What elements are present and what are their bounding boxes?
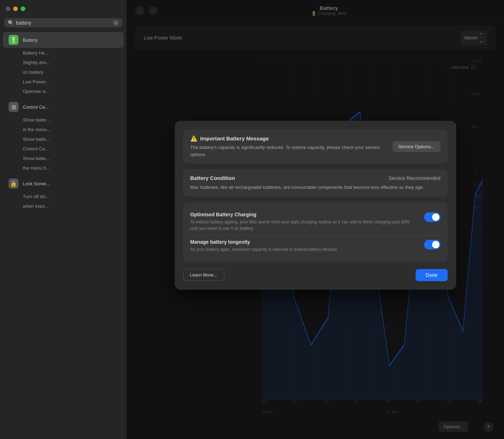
- optimised-charging-desc: To reduce battery ageing, your Mac learn…: [190, 219, 418, 232]
- sidebar-subitem-in-menu[interactable]: in the menu...: [3, 125, 124, 134]
- sidebar-subitem-turn-off-display[interactable]: Turn off dis...: [3, 192, 124, 201]
- optimised-charging-toggle[interactable]: [424, 212, 441, 222]
- dialog-footer: Learn More... Done: [183, 269, 448, 281]
- service-options-button[interactable]: Service Options...: [392, 141, 441, 152]
- sidebar-item-lock-screen[interactable]: 🔒 Lock Scree...: [3, 176, 124, 191]
- important-message-row: ⚠️ Important Battery Message The battery…: [190, 135, 441, 158]
- manage-longevity-desc: As your battery ages, maximum capacity i…: [190, 246, 418, 253]
- minimize-button[interactable]: [13, 6, 18, 11]
- sidebar-subitem-optimise-vi[interactable]: Optimise vi...: [3, 87, 124, 96]
- sidebar-subitem-show-battery-menu[interactable]: Show batte...: [3, 115, 124, 124]
- manage-longevity-row: Manage battery longevity As your battery…: [190, 235, 441, 256]
- important-message-section: ⚠️ Important Battery Message The battery…: [183, 129, 448, 164]
- sidebar-subitem-show-battery3[interactable]: Show batte...: [3, 154, 124, 163]
- battery-condition-status: Service Recommended: [389, 175, 441, 181]
- window-controls: [0, 0, 127, 15]
- search-icon: 🔍: [8, 20, 14, 26]
- sidebar: 🔍 ✕ 🔋 Battery Battery He... Slightly dim…: [0, 0, 127, 439]
- sidebar-item-battery-label: Battery: [23, 37, 37, 43]
- optimised-charging-title: Optimised Battery Charging: [190, 212, 418, 217]
- battery-icon: 🔋: [9, 35, 19, 45]
- sidebar-subitem-when-inactive[interactable]: when inact...: [3, 202, 124, 211]
- manage-longevity-toggle[interactable]: [424, 240, 441, 249]
- battery-condition-section: Battery Condition Service Recommended Ma…: [183, 169, 448, 197]
- control-center-icon: ⊞: [9, 102, 19, 112]
- search-clear-button[interactable]: ✕: [113, 20, 119, 26]
- important-message-left: ⚠️ Important Battery Message The battery…: [190, 135, 387, 158]
- sidebar-item-control-center[interactable]: ⊞ Control Ce...: [3, 99, 124, 115]
- optimised-charging-row: Optimised Battery Charging To reduce bat…: [190, 208, 441, 235]
- manage-longevity-title: Manage battery longevity: [190, 239, 418, 245]
- sidebar-subitem-menu-bar[interactable]: the menu b...: [3, 164, 124, 172]
- important-message-title: ⚠️ Important Battery Message: [190, 135, 387, 142]
- sidebar-item-battery[interactable]: 🔋 Battery: [3, 32, 124, 48]
- optimised-charging-left: Optimised Battery Charging To reduce bat…: [190, 212, 418, 232]
- sidebar-subitem-slightly-dim[interactable]: Slightly dim...: [3, 58, 124, 67]
- done-button[interactable]: Done: [416, 269, 447, 281]
- search-bar: 🔍 ✕: [4, 18, 122, 27]
- sidebar-item-control-center-label: Control Ce...: [23, 104, 49, 110]
- battery-condition-header: Battery Condition Service Recommended: [190, 175, 441, 181]
- important-message-desc: The battery's capacity is significantly …: [190, 144, 387, 158]
- main-content: ‹ › Battery 🔋 Charging: 84% Low Power Mo…: [127, 0, 504, 439]
- sidebar-subitem-on-battery[interactable]: on battery: [3, 68, 124, 77]
- dialog-overlay: ⚠️ Important Battery Message The battery…: [127, 0, 504, 439]
- sidebar-item-lock-screen-label: Lock Scree...: [23, 181, 50, 186]
- battery-dialog: ⚠️ Important Battery Message The battery…: [175, 121, 456, 290]
- sidebar-subitem-battery-health[interactable]: Battery He...: [3, 48, 124, 57]
- sidebar-subitem-show-battery2[interactable]: Show batte...: [3, 135, 124, 144]
- warning-icon: ⚠️: [190, 135, 197, 142]
- battery-condition-title: Battery Condition: [190, 175, 235, 181]
- manage-longevity-left: Manage battery longevity As your battery…: [190, 239, 418, 253]
- search-input[interactable]: [16, 20, 111, 26]
- charging-toggles-section: Optimised Battery Charging To reduce bat…: [183, 202, 448, 262]
- lock-screen-icon: 🔒: [9, 179, 19, 188]
- maximize-button[interactable]: [21, 6, 25, 11]
- close-button[interactable]: [6, 6, 10, 11]
- sidebar-subitem-low-power[interactable]: Low Power...: [3, 77, 124, 86]
- learn-more-button[interactable]: Learn More...: [183, 269, 224, 281]
- battery-condition-desc: Mac batteries, like all rechargeable bat…: [190, 184, 441, 191]
- sidebar-subitem-control-ce[interactable]: Control Ce...: [3, 144, 124, 153]
